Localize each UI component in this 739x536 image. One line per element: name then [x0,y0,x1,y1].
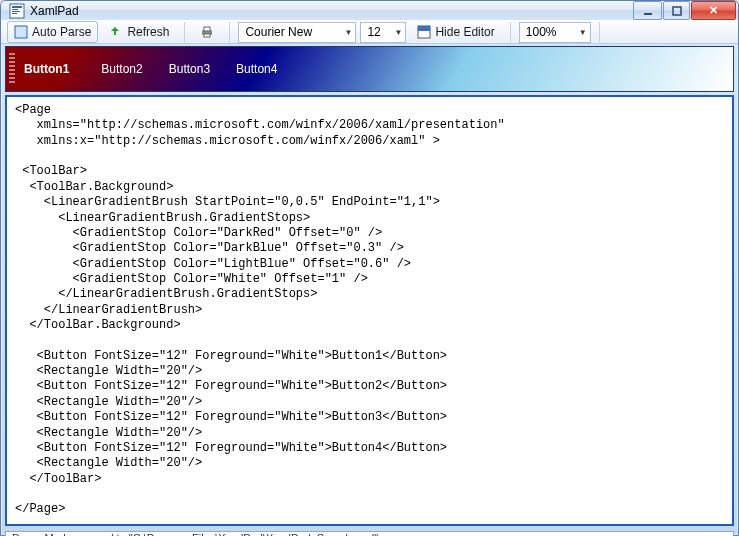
autoparse-label: Auto Parse [32,25,91,39]
fontsize-combo[interactable]: 12 ▼ [360,22,406,43]
hideeditor-label: Hide Editor [435,25,494,39]
xaml-editor[interactable]: <Page xmlns="http://schemas.microsoft.co… [5,95,734,526]
hideeditor-button[interactable]: Hide Editor [410,21,501,43]
editor-pane: <Page xmlns="http://schemas.microsoft.co… [1,92,738,529]
separator [229,22,230,42]
window-title: XamlPad [30,4,633,18]
status-text: Done. Markup saved to "C:\Program Files\… [12,532,381,536]
autoparse-icon [14,25,28,39]
zoom-value: 100% [526,25,557,39]
svg-rect-6 [204,34,210,37]
svg-rect-5 [204,27,210,31]
svg-rect-3 [15,26,27,38]
app-icon [9,3,25,19]
autoparse-button[interactable]: Auto Parse [7,21,98,43]
svg-rect-2 [673,7,681,15]
maximize-button[interactable] [663,1,690,20]
svg-rect-1 [644,13,652,15]
hideeditor-icon [417,25,431,39]
app-window: XamlPad ✕ Auto Parse Refresh Courier New… [0,0,739,536]
main-toolbar: Auto Parse Refresh Courier New ▼ 12 ▼ Hi… [1,20,738,44]
separator [599,22,600,42]
window-buttons: ✕ [633,1,736,20]
refresh-label: Refresh [127,25,169,39]
refresh-button[interactable]: Refresh [102,21,176,43]
refresh-icon [109,25,123,39]
preview-button-1[interactable]: Button1 [18,59,75,79]
minimize-button[interactable] [633,1,662,20]
fontsize-value: 12 [367,25,380,39]
preview-button-4[interactable]: Button4 [236,62,277,76]
separator [510,22,511,42]
chevron-down-icon: ▼ [386,28,402,37]
preview-pane: Button1 Button2 Button3 Button4 [1,44,738,92]
preview-button-3[interactable]: Button3 [169,62,210,76]
status-bar: Done. Markup saved to "C:\Program Files\… [5,531,734,536]
preview-button-2[interactable]: Button2 [101,62,142,76]
svg-rect-8 [418,26,430,31]
font-value: Courier New [245,25,312,39]
print-icon [200,25,214,39]
xaml-toolbar-preview: Button1 Button2 Button3 Button4 [5,46,734,92]
font-combo[interactable]: Courier New ▼ [238,22,356,43]
titlebar[interactable]: XamlPad ✕ [1,1,738,20]
zoom-combo[interactable]: 100% ▼ [519,22,591,43]
chevron-down-icon: ▼ [571,28,587,37]
separator [184,22,185,42]
close-button[interactable]: ✕ [691,1,736,20]
chevron-down-icon: ▼ [336,28,352,37]
print-button[interactable] [193,21,221,43]
